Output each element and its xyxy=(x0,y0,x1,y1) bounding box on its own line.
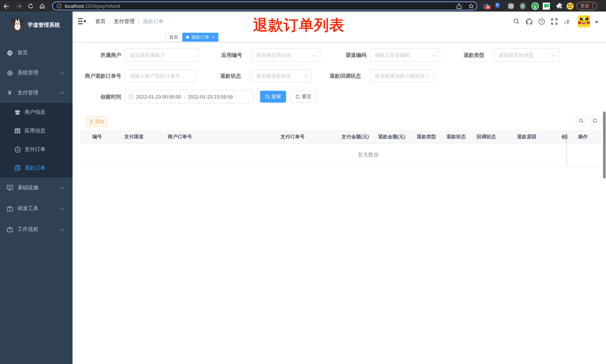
dashboard-icon xyxy=(6,50,13,56)
site-info-icon[interactable] xyxy=(56,3,62,9)
table-header: 编号 支付渠道 商户订单号 支付订单号 支付金额(元) 退款金额(元) 退款类型… xyxy=(80,130,602,143)
extension-y-icon[interactable]: y xyxy=(530,0,540,12)
refund-status-input[interactable] xyxy=(251,69,311,82)
bookmark-star-icon[interactable] xyxy=(466,0,475,12)
sidebar-item-home[interactable]: 首页 xyxy=(0,43,73,63)
reset-button[interactable]: 重置 xyxy=(290,91,316,103)
notify-status-select[interactable] xyxy=(370,69,434,83)
svg-text:y: y xyxy=(534,4,536,9)
refund-type-select[interactable] xyxy=(494,48,559,62)
user-avatar[interactable] xyxy=(578,15,590,27)
browser-forward-icon[interactable] xyxy=(15,0,23,12)
tab-label: 首页 xyxy=(169,34,178,40)
browser-back-icon[interactable] xyxy=(2,0,10,12)
merchant-select[interactable] xyxy=(125,48,199,62)
date-start-value: 2022-01-23 00:00:00 xyxy=(136,94,181,99)
sidebar-header[interactable]: 芋道管理系统 xyxy=(0,15,73,35)
show-search-toggle-button[interactable] xyxy=(576,115,587,126)
font-size-icon[interactable]: TT xyxy=(562,12,572,31)
col-refund-type: 退款类型 xyxy=(417,130,436,143)
refund-table: 编号 支付渠道 商户订单号 支付订单号 支付金额(元) 退款金额(元) 退款类型… xyxy=(80,130,602,167)
breadcrumb-pay[interactable]: 支付管理 xyxy=(114,18,135,25)
browser-toolbar: localhost:1024/pay/refund 10 y xyxy=(0,0,606,12)
refund-type-input[interactable] xyxy=(494,49,559,61)
grid-table-icon xyxy=(14,128,21,133)
browser-reload-icon[interactable] xyxy=(26,0,35,12)
tab-close-icon[interactable]: × xyxy=(212,35,215,40)
sidebar-item-app-info[interactable]: 应用信息 xyxy=(0,122,73,140)
extensions-puzzle-icon[interactable] xyxy=(555,0,564,12)
export-button[interactable]: 导出 xyxy=(86,116,107,127)
refresh-table-button[interactable] xyxy=(589,115,600,126)
sidebar-item-refund-order[interactable]: 退款订单 xyxy=(0,159,73,177)
merchant-refund-no-input[interactable] xyxy=(125,69,196,82)
sidebar-item-infra[interactable]: 基础设施 xyxy=(0,177,73,198)
col-refund-status: 退款状态 xyxy=(447,130,466,143)
fixed-action-column: 操作 xyxy=(567,130,602,167)
tab-home[interactable]: 首页 xyxy=(166,33,182,42)
extension-balloon-icon[interactable] xyxy=(493,0,501,12)
extension-emoji-icon[interactable] xyxy=(566,0,574,12)
reset-button-label: 重置 xyxy=(302,93,311,100)
col-channel: 支付渠道 xyxy=(124,130,144,143)
search-button[interactable]: 搜索 xyxy=(260,91,286,103)
share-icon[interactable] xyxy=(455,0,463,12)
sidebar-item-label: 首页 xyxy=(17,50,28,56)
svg-text:T: T xyxy=(564,21,566,24)
breadcrumb-current: 退款订单 xyxy=(143,18,164,25)
filter-label: 商户退款订单号 xyxy=(76,69,121,83)
date-range-picker[interactable]: 2022-01-23 00:00:00 - 2022-01-23 23:59:5… xyxy=(125,90,253,103)
sidebar-item-merchant-info[interactable]: 商户信息 xyxy=(0,103,73,122)
col-refund-reason: 退款原因 xyxy=(517,130,536,143)
update-label: 更新 xyxy=(580,3,590,9)
chevron-down-icon xyxy=(60,185,64,189)
filter-label: 渠道编码 xyxy=(326,48,367,62)
avatar-caret-icon[interactable] xyxy=(595,21,599,23)
sidebar-item-label: 基础设施 xyxy=(17,184,38,191)
sidebar-item-system[interactable]: 系统管理 xyxy=(0,63,73,83)
tab-refund-order[interactable]: 退款订单 × xyxy=(182,33,218,42)
breadcrumb-home[interactable]: 首页 xyxy=(95,18,106,25)
col-create-time: 创建时间 xyxy=(561,130,567,143)
sidebar-item-pay-order[interactable]: ¥ 支付订单 xyxy=(0,140,73,159)
url-host: localhost xyxy=(65,3,84,9)
app-select[interactable] xyxy=(251,48,320,62)
chevron-down-icon xyxy=(60,206,64,210)
sidebar: 芋道管理系统 首页 系统管理 ¥ 支付管理 商户信息 xyxy=(0,12,73,364)
url-bar[interactable]: localhost:1024/pay/refund xyxy=(52,1,477,10)
browser-menu-icon[interactable] xyxy=(592,4,593,8)
extension-command-icon[interactable] xyxy=(507,0,515,12)
search-icon[interactable] xyxy=(512,12,521,31)
filter-label: 所属商户 xyxy=(76,48,121,62)
merchant-input[interactable] xyxy=(125,49,198,61)
sidebar-item-workflow[interactable]: 工作流程 xyxy=(0,219,73,240)
channel-select[interactable] xyxy=(370,48,440,62)
merchant-refund-no-field[interactable] xyxy=(125,69,197,83)
fullscreen-icon[interactable] xyxy=(550,12,559,31)
github-icon[interactable] xyxy=(524,12,534,31)
filter-label: 应用编号 xyxy=(201,48,242,62)
app-input[interactable] xyxy=(251,49,320,61)
sidebar-item-label: 退款订单 xyxy=(25,165,45,171)
channel-input[interactable] xyxy=(370,49,440,61)
extension-proxy-icon[interactable]: 10 xyxy=(482,0,490,12)
url-text: localhost:1024/pay/refund xyxy=(65,3,120,9)
sidebar-fold-icon[interactable] xyxy=(78,17,86,25)
notify-status-input[interactable] xyxy=(370,69,433,82)
breadcrumb-separator: / xyxy=(109,18,110,24)
sidebar-item-devtools[interactable]: 研发工具 xyxy=(0,198,73,219)
date-end-value: 2022-01-23 23:59:59 xyxy=(188,94,233,99)
page-scrollbar[interactable] xyxy=(603,112,606,179)
extension-chat-icon[interactable] xyxy=(542,0,550,12)
chevron-down-icon xyxy=(60,70,64,74)
date-separator: - xyxy=(184,94,185,99)
svg-text:?: ? xyxy=(540,19,543,23)
extension-green-dot-icon[interactable] xyxy=(519,0,527,12)
browser-home-icon[interactable] xyxy=(38,0,46,12)
sidebar-item-label: 支付订单 xyxy=(25,146,45,153)
help-icon[interactable]: ? xyxy=(537,12,546,31)
refund-status-select[interactable] xyxy=(251,69,312,83)
browser-update-button[interactable]: 更新 xyxy=(577,2,597,10)
sidebar-item-pay[interactable]: ¥ 支付管理 xyxy=(0,83,73,103)
export-button-label: 导出 xyxy=(95,118,104,125)
